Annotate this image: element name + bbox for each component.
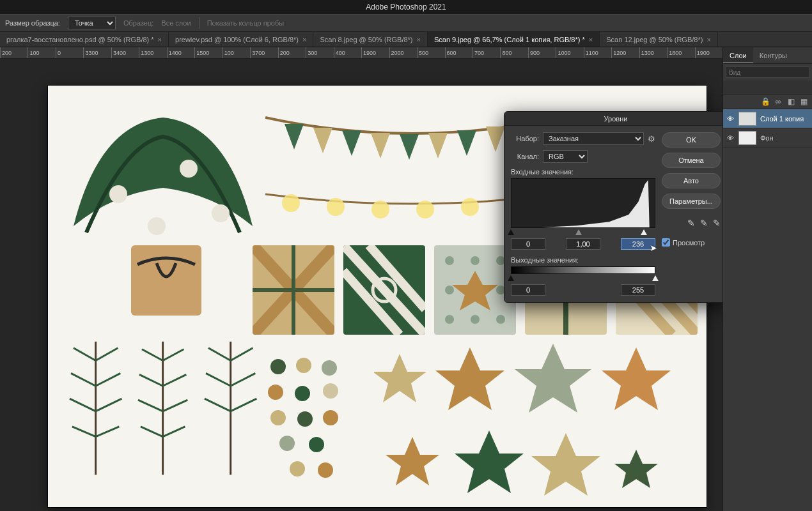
svg-point-25: [471, 256, 480, 265]
svg-point-17: [416, 201, 434, 218]
preview-label: Просмотр: [673, 239, 705, 247]
output-black-handle[interactable]: [508, 275, 514, 281]
show-ring-label: Показать кольцо пробы: [207, 19, 285, 27]
output-black-field[interactable]: [511, 284, 545, 296]
output-white-handle[interactable]: [652, 275, 659, 281]
tab-doc-3[interactable]: Scan 8.jpeg @ 50% (RGB/8*)×: [313, 32, 428, 47]
svg-marker-55: [614, 450, 658, 488]
options-button[interactable]: Параметры...: [662, 194, 721, 209]
svg-marker-48: [374, 354, 426, 402]
svg-point-44: [279, 436, 295, 451]
svg-point-15: [327, 198, 345, 216]
svg-point-37: [322, 360, 337, 376]
document-tabs: ргалка7-восстановлено.psd @ 50% (RGB/8) …: [0, 32, 812, 47]
svg-point-31: [496, 315, 505, 324]
eyedropper-gray-icon[interactable]: ✎: [700, 218, 708, 228]
svg-point-42: [297, 411, 313, 427]
layer-item-background[interactable]: 👁 Фон: [723, 128, 812, 148]
app-titlebar: Adobe Photoshop 2021: [0, 0, 812, 14]
output-slider[interactable]: [511, 275, 655, 282]
svg-point-16: [371, 201, 389, 218]
preview-checkbox[interactable]: [662, 238, 670, 247]
tab-doc-4[interactable]: Scan 9.jpeg @ 66,7% (Слой 1 копия, RGB/8…: [428, 32, 600, 47]
black-point-handle[interactable]: [508, 229, 514, 235]
gear-icon[interactable]: ⚙: [648, 134, 655, 144]
input-white-field[interactable]: [621, 238, 655, 250]
blend-row[interactable]: [723, 80, 812, 95]
close-icon[interactable]: ×: [158, 32, 162, 47]
image-branches: [67, 341, 259, 494]
svg-point-24: [445, 256, 454, 265]
eyedropper-black-icon[interactable]: ✎: [687, 218, 695, 228]
layer-name: Фон: [760, 134, 774, 142]
svg-marker-52: [386, 437, 439, 485]
histogram[interactable]: [511, 178, 655, 228]
close-icon[interactable]: ×: [417, 32, 421, 47]
sample-size-label: Размер образца:: [5, 19, 60, 27]
input-values-label: Входные значения:: [511, 168, 655, 176]
tab-paths[interactable]: Контуры: [753, 47, 793, 63]
mask-icon[interactable]: ▦: [799, 97, 808, 106]
svg-point-40: [323, 383, 338, 399]
svg-marker-54: [531, 433, 600, 496]
fill-icon[interactable]: ◧: [786, 97, 795, 106]
tab-doc-2[interactable]: prewiev.psd @ 100% (Слой 6, RGB/8*)×: [169, 32, 313, 47]
svg-point-38: [268, 385, 283, 400]
layer-thumbnail: [738, 131, 756, 145]
levels-dialog[interactable]: Уровни Набор: Заказная ⚙ Канал: RGB Вход…: [504, 111, 722, 303]
preset-select[interactable]: Заказная: [543, 132, 644, 145]
channel-label: Канал:: [511, 153, 539, 160]
svg-marker-11: [371, 133, 390, 158]
ruler-horizontal: 2001000330034001300140015001003700200300…: [0, 47, 722, 59]
cancel-button[interactable]: Отмена: [662, 153, 721, 168]
close-icon[interactable]: ×: [589, 32, 593, 47]
auto-button[interactable]: Авто: [662, 173, 721, 188]
output-gradient[interactable]: [511, 266, 655, 274]
visibility-icon[interactable]: 👁: [726, 134, 735, 142]
input-black-field[interactable]: [511, 238, 545, 250]
tab-layers[interactable]: Слои: [723, 47, 753, 63]
eyedropper-white-icon[interactable]: ✎: [713, 218, 721, 228]
sample-size-select[interactable]: Точка: [68, 17, 116, 29]
svg-marker-7: [400, 134, 419, 160]
tab-doc-5[interactable]: Scan 12.jpeg @ 50% (RGB/8*)×: [600, 32, 718, 47]
image-stars: [374, 341, 707, 501]
layer-thumbnail: [738, 112, 756, 126]
input-gamma-field[interactable]: [566, 238, 600, 250]
svg-point-18: [461, 198, 479, 216]
svg-marker-5: [285, 124, 304, 149]
tab-doc-1[interactable]: ргалка7-восстановлено.psd @ 50% (RGB/8) …: [0, 32, 169, 47]
svg-point-47: [318, 462, 333, 478]
sample-value: Все слои: [161, 19, 191, 27]
white-point-handle[interactable]: [641, 229, 647, 235]
lock-icon[interactable]: 🔒: [761, 97, 770, 106]
visibility-icon[interactable]: 👁: [726, 115, 735, 123]
close-icon[interactable]: ×: [707, 32, 710, 47]
svg-marker-49: [435, 347, 504, 410]
layer-name: Слой 1 копия: [760, 115, 804, 123]
svg-point-45: [309, 437, 324, 452]
input-slider[interactable]: [511, 229, 655, 236]
channel-select[interactable]: RGB: [543, 150, 588, 163]
options-bar: Размер образца: Точка Образец: Все слои …: [0, 14, 812, 32]
canvas-area[interactable]: 2001000330034001300140015001003700200300…: [0, 47, 722, 511]
output-values-label: Выходные значения:: [511, 256, 655, 264]
output-white-field[interactable]: [621, 284, 655, 296]
sample-label: Образец:: [123, 19, 153, 27]
link-icon[interactable]: ∞: [774, 97, 783, 106]
dialog-title: Уровни: [504, 112, 722, 126]
svg-point-29: [445, 315, 454, 324]
ok-button[interactable]: OK: [662, 132, 721, 148]
svg-point-4: [148, 217, 166, 235]
svg-point-35: [270, 359, 286, 374]
layer-search-input[interactable]: [726, 66, 809, 78]
svg-marker-10: [313, 128, 332, 153]
image-dots: [259, 354, 368, 494]
midtone-handle[interactable]: [575, 229, 582, 235]
layer-item-copy[interactable]: 👁 Слой 1 копия: [723, 109, 812, 128]
close-icon[interactable]: ×: [302, 32, 306, 47]
svg-point-43: [323, 410, 338, 425]
svg-point-46: [290, 461, 305, 477]
svg-point-41: [270, 410, 286, 425]
svg-point-39: [295, 386, 310, 401]
